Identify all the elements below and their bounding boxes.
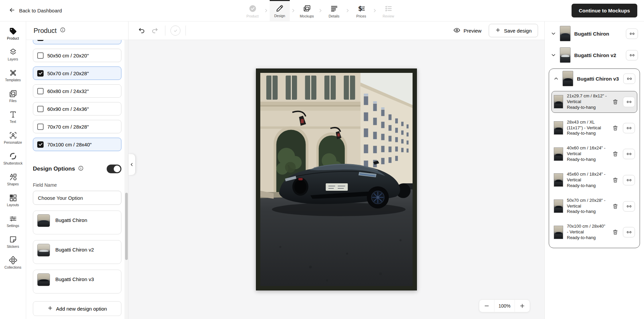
field-name-input[interactable]: [33, 191, 121, 205]
checkbox-checked-icon: [37, 141, 44, 148]
delete-variant-button[interactable]: [611, 98, 619, 106]
link-button[interactable]: [623, 175, 635, 185]
files-icon: [9, 89, 17, 98]
checkbox-checked-icon: [37, 40, 44, 41]
variant-row-45x60[interactable]: 45x60 cm / 18x24" - VerticalReady-to-han…: [551, 169, 637, 191]
design-option-bugatti-chiron[interactable]: Bugatti Chiron: [33, 211, 121, 234]
link-button[interactable]: [623, 201, 635, 212]
link-button[interactable]: [623, 149, 635, 159]
sidebar-item-text[interactable]: Text: [1, 108, 25, 126]
variant-row-70x100[interactable]: 70x100 cm / 28x40" - VerticalReady-to-ha…: [551, 221, 637, 243]
info-icon[interactable]: [60, 27, 66, 35]
panel-scrollbar-track: [124, 40, 128, 319]
size-option-partial[interactable]: [33, 40, 121, 44]
design-option-bugatti-chiron-v2[interactable]: Bugatti Chiron v2: [33, 240, 121, 264]
variant-size: 70x100 cm / 28x40" - Vertical: [567, 224, 605, 234]
back-to-dashboard-link[interactable]: Back to Dashboard: [9, 7, 62, 14]
settings-icon: [9, 214, 17, 223]
size-option-70x70[interactable]: 70x70 cm / 28x28": [33, 120, 121, 133]
stepper: ProductDesignMockupsDetails$PricesReview: [243, 0, 398, 21]
preview-button[interactable]: Preview: [453, 27, 481, 35]
zoom-out-button[interactable]: [479, 300, 494, 312]
eye-icon: [453, 27, 461, 35]
variant-finish: Ready-to-hang: [567, 131, 596, 136]
step-prices[interactable]: $Prices: [351, 0, 371, 21]
canvas-toolbar: Preview Save design: [128, 21, 544, 40]
poster-artwork: [260, 73, 413, 286]
design-options-toggle[interactable]: [107, 165, 121, 173]
variant-row-21x29-7[interactable]: 21x29.7 cm / 8x12" - VerticalReady-to-ha…: [551, 91, 637, 113]
tag-icon: [9, 27, 17, 36]
plus-icon: [495, 27, 501, 34]
design-option-bugatti-chiron-v3[interactable]: Bugatti Chiron v3: [33, 270, 121, 293]
save-design-button[interactable]: Save design: [489, 24, 538, 37]
delete-variant-button[interactable]: [611, 176, 619, 184]
sidebar-item-layouts[interactable]: Layouts: [1, 191, 25, 209]
link-button[interactable]: [623, 123, 635, 133]
chevron-right-icon: [318, 0, 323, 21]
redo-button[interactable]: [150, 26, 160, 36]
sidebar-item-layers[interactable]: Layers: [1, 46, 25, 63]
checkbox-icon: [37, 106, 44, 112]
variant-row-28x43[interactable]: 28x43 cm / XL (11x17") - VerticalReady-t…: [551, 117, 637, 139]
panel-scroll-area: 50x50 cm / 20x20"50x70 cm / 20x28"60x80 …: [26, 40, 128, 319]
sidebar-item-shutterstock[interactable]: Shutterstock: [1, 150, 25, 167]
top-bar: Back to Dashboard ProductDesignMockupsDe…: [0, 0, 644, 21]
pencil-icon: [276, 4, 284, 12]
panel-title: Product: [34, 27, 57, 35]
zoom-in-button[interactable]: [515, 300, 530, 312]
checkbox-icon: [37, 88, 44, 94]
step-product[interactable]: Product: [243, 0, 263, 21]
info-icon[interactable]: [78, 165, 84, 173]
field-name-label: Field Name: [33, 182, 121, 188]
design-group-bugatti-chiron-v2[interactable]: Bugatti Chiron v2: [549, 47, 640, 63]
toolbar-divider: [185, 26, 186, 36]
step-mockups[interactable]: Mockups: [297, 0, 317, 21]
design-group-bugatti-chiron-v3[interactable]: Bugatti Chiron v3: [551, 71, 637, 87]
svg-text:$: $: [358, 5, 362, 12]
step-review[interactable]: Review: [378, 0, 398, 21]
design-group-bugatti-chiron[interactable]: Bugatti Chiron: [549, 26, 640, 42]
poster-frame[interactable]: [256, 69, 417, 290]
delete-variant-button[interactable]: [611, 150, 619, 158]
sidebar-item-settings[interactable]: Settings: [1, 212, 25, 230]
size-option-50x70[interactable]: 50x70 cm / 20x28": [33, 66, 121, 80]
delete-variant-button[interactable]: [611, 124, 619, 132]
size-option-60x80[interactable]: 60x80 cm / 24x32": [33, 84, 121, 98]
size-option-70x100[interactable]: 70x100 cm / 28x40": [33, 138, 121, 151]
add-design-option-button[interactable]: Add new design option: [33, 301, 121, 316]
chevron-down-icon: [551, 31, 556, 36]
checkbox-icon: [37, 124, 44, 130]
design-option-list: Bugatti ChironBugatti Chiron v2Bugatti C…: [33, 211, 121, 293]
link-button[interactable]: [626, 50, 638, 60]
step-details[interactable]: Details: [324, 0, 344, 21]
size-option-50x50[interactable]: 50x50 cm / 20x20": [33, 49, 121, 62]
sidebar-item-shapes[interactable]: Shapes: [1, 171, 25, 188]
sidebar-item-collections[interactable]: Collections: [1, 254, 25, 271]
undo-button[interactable]: [137, 26, 147, 36]
sidebar-item-files[interactable]: Files: [1, 87, 25, 105]
design-thumbnail: [560, 47, 571, 63]
design-thumbnail: [554, 95, 563, 108]
sidebar-item-product[interactable]: Product: [1, 25, 25, 42]
collapse-panel-handle[interactable]: [128, 154, 135, 175]
toolbar-divider: [165, 26, 165, 36]
check-circle-icon: [248, 4, 257, 13]
link-button[interactable]: [626, 29, 638, 39]
continue-to-mockups-button[interactable]: Continue to Mockups: [572, 4, 638, 17]
shutterstock-icon: [9, 152, 17, 161]
variant-row-50x70[interactable]: 50x70 cm / 20x28" - VerticalReady-to-han…: [551, 195, 637, 217]
step-design[interactable]: Design: [270, 0, 290, 21]
size-option-60x90[interactable]: 60x90 cm / 24x36": [33, 102, 121, 116]
lines-icon: [330, 4, 338, 13]
link-button[interactable]: [623, 227, 635, 237]
link-button[interactable]: [623, 74, 635, 84]
delete-variant-button[interactable]: [611, 228, 619, 236]
delete-variant-button[interactable]: [611, 202, 619, 210]
variant-row-40x60[interactable]: 40x60 cm / 16x24" - VerticalReady-to-han…: [551, 143, 637, 165]
link-button[interactable]: [623, 97, 635, 107]
sidebar-item-stickers[interactable]: Stickers: [1, 233, 25, 250]
sidebar-item-templates[interactable]: Templates: [1, 66, 25, 84]
sidebar-item-personalize[interactable]: Personalize: [1, 129, 25, 146]
panel-scrollbar-thumb[interactable]: [125, 193, 128, 260]
